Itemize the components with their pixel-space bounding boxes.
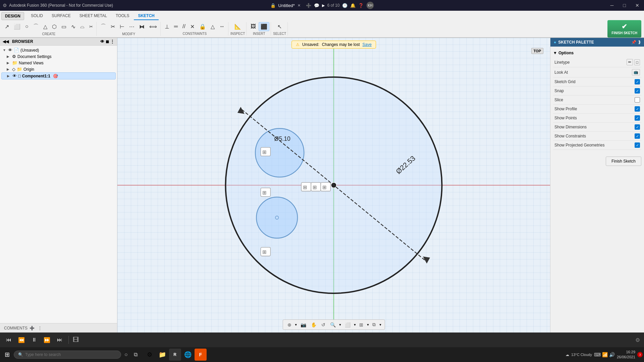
linetype-pencil-button[interactable]: ✏ xyxy=(627,59,633,65)
volume-icon[interactable]: 🔊 xyxy=(609,352,615,357)
collinear-button[interactable]: ═ xyxy=(172,22,180,31)
finish-sketch-palette-button[interactable]: Finish Sketch xyxy=(606,157,641,166)
parallel-button[interactable]: // xyxy=(180,22,187,31)
task-view-button[interactable]: ⧉ xyxy=(131,350,140,359)
slot-tool-button[interactable]: ▭ xyxy=(59,22,68,31)
pan-button[interactable]: ✋ xyxy=(309,321,318,328)
tab-title[interactable]: Untitled* xyxy=(278,3,295,8)
clock-display[interactable]: 16:29 26/06/2021 xyxy=(617,350,635,360)
browser-more-icon[interactable]: ⋮ xyxy=(110,39,114,44)
minimize-button[interactable]: ─ xyxy=(608,2,616,9)
network-icon[interactable]: 📶 xyxy=(602,352,608,357)
tab-tools[interactable]: TOOLS xyxy=(112,12,133,20)
show-dimensions-checkbox[interactable]: ✓ xyxy=(635,124,640,130)
conic-tool-button[interactable]: ⌓ xyxy=(78,22,87,31)
look-at-button[interactable]: 📺 xyxy=(632,69,640,75)
linetype-box-button[interactable]: □ xyxy=(634,59,640,65)
chat-icon[interactable]: 💬 xyxy=(314,3,319,8)
start-button[interactable]: ⊞ xyxy=(1,349,13,360)
inspect-button[interactable]: 📐 xyxy=(232,22,243,31)
mirror-button[interactable]: ⟺ xyxy=(147,22,159,31)
finish-sketch-toolbar-button[interactable]: ✔ FINISH SKETCH xyxy=(607,20,641,38)
chrome-icon[interactable]: 🌐 xyxy=(182,349,194,361)
maximize-button[interactable]: □ xyxy=(621,2,628,9)
comments-add-icon[interactable]: ➕ xyxy=(30,326,35,330)
rar-app-icon[interactable]: R xyxy=(169,349,181,361)
settings-app-icon[interactable]: ⚙ xyxy=(144,349,156,361)
cortana-button[interactable]: ○ xyxy=(122,350,130,359)
file-explorer-icon[interactable]: 📁 xyxy=(156,349,168,361)
clock-icon[interactable]: 🕐 xyxy=(342,3,347,8)
tab-solid[interactable]: SOLID xyxy=(27,12,47,20)
playback-last-button[interactable]: ⏭ xyxy=(55,336,64,344)
browser-eye-icon[interactable]: 👁 xyxy=(100,39,104,44)
timeline-icon[interactable]: 🎞 xyxy=(73,337,79,344)
orbit-button[interactable]: 📷 xyxy=(299,321,308,328)
snap-dropdown[interactable]: ▼ xyxy=(294,323,298,326)
palette-expand-icon[interactable]: ⟫ xyxy=(638,40,641,45)
tab-sketch[interactable]: SKETCH xyxy=(134,12,158,20)
tree-item-unsaved[interactable]: ▼ 👁 📄 (Unsaved) xyxy=(1,47,116,53)
new-tab-icon[interactable]: ➕ xyxy=(306,3,311,8)
browser-expand-icon[interactable]: ◼ xyxy=(106,39,109,44)
break-button[interactable]: ⋯ xyxy=(127,22,137,31)
slice-checkbox[interactable] xyxy=(635,97,640,103)
fillet-button[interactable]: ⌒ xyxy=(99,22,108,32)
insert-image-button[interactable]: 🖼 xyxy=(249,22,258,31)
equal-button[interactable]: △ xyxy=(209,22,217,31)
comments-expand-icon[interactable]: ⋮ xyxy=(38,326,42,330)
playback-prev-button[interactable]: ⏪ xyxy=(16,336,27,345)
sketch-canvas[interactable]: ⚠ Unsaved: Changes may be lost Save TOP xyxy=(117,38,550,333)
viewcube-dropdown[interactable]: ▼ xyxy=(379,323,382,326)
arc-tool-button[interactable]: ⌒ xyxy=(31,22,41,32)
dimension-button[interactable]: ↔ xyxy=(217,22,227,31)
trim-button[interactable]: ✂ xyxy=(109,22,117,31)
rectangle-tool-button[interactable]: ⬜ xyxy=(12,22,22,31)
notification-badge[interactable]: 3 xyxy=(637,352,643,357)
keyboard-icon[interactable]: ⌨ xyxy=(594,352,601,357)
palette-pin-icon[interactable]: 📌 xyxy=(631,40,636,45)
help-icon[interactable]: ❓ xyxy=(358,3,364,8)
snap-icon-button[interactable]: ⊕ xyxy=(286,321,293,328)
tree-item-named-views[interactable]: ▶ 📁 Named Views xyxy=(1,60,116,66)
playback-settings-icon[interactable]: ⚙ xyxy=(635,337,640,343)
fusion-app-icon[interactable]: F xyxy=(195,349,207,361)
zoom-dropdown[interactable]: ▼ xyxy=(339,323,342,326)
tab-sheet-metal[interactable]: SHEET METAL xyxy=(75,12,111,20)
options-arrow-icon[interactable]: ▼ xyxy=(553,51,557,55)
show-constraints-checkbox[interactable]: ✓ xyxy=(635,133,640,139)
play-icon[interactable]: ▶ xyxy=(322,3,325,8)
triangle-tool-button[interactable]: △ xyxy=(41,22,49,31)
orbit2-button[interactable]: ↺ xyxy=(320,321,327,328)
offset-button[interactable]: ⧓ xyxy=(137,22,147,31)
close-button[interactable]: ✕ xyxy=(633,2,641,9)
sketch-grid-checkbox[interactable]: ✓ xyxy=(635,79,640,84)
browser-collapse-icon[interactable]: ◀◀ xyxy=(3,39,9,44)
insert-dxf-button[interactable]: ⬛ xyxy=(259,22,269,31)
tab-surface[interactable]: SURFACE xyxy=(48,12,75,20)
spline-tool-button[interactable]: ∿ xyxy=(69,22,77,31)
snap-checkbox[interactable]: ✓ xyxy=(635,88,640,94)
show-projected-checkbox[interactable]: ✓ xyxy=(635,142,640,148)
display-dropdown[interactable]: ▼ xyxy=(354,323,357,326)
tab-close-icon[interactable]: ✕ xyxy=(298,3,301,8)
grid-dropdown[interactable]: ▼ xyxy=(366,323,369,326)
lock-button[interactable]: 🔒 xyxy=(197,22,208,31)
save-link[interactable]: Save xyxy=(363,42,372,47)
design-dropdown-button[interactable]: DESIGN xyxy=(1,12,24,20)
search-bar[interactable]: 🔍 xyxy=(14,351,121,359)
playback-next-button[interactable]: ⏩ xyxy=(42,336,52,345)
bell-icon[interactable]: 🔔 xyxy=(350,3,356,8)
text-tool-button[interactable]: ✂ xyxy=(87,23,95,31)
select-button[interactable]: ↖ xyxy=(275,22,284,31)
coincident-button[interactable]: ⊥ xyxy=(163,22,171,31)
zoom-button[interactable]: 🔍 xyxy=(328,321,337,328)
extend-button[interactable]: ⊢ xyxy=(118,22,126,31)
search-input[interactable] xyxy=(25,352,117,357)
display-mode-button[interactable]: ⬜ xyxy=(343,321,352,328)
polygon-tool-button[interactable]: ⬡ xyxy=(50,22,59,31)
tree-item-component[interactable]: ▶ 👁 □ Component1:1 🎯 xyxy=(1,72,116,79)
user-avatar[interactable]: KH xyxy=(366,2,374,9)
circle-tool-button[interactable]: ○ xyxy=(23,22,31,31)
playback-first-button[interactable]: ⏮ xyxy=(4,336,13,344)
